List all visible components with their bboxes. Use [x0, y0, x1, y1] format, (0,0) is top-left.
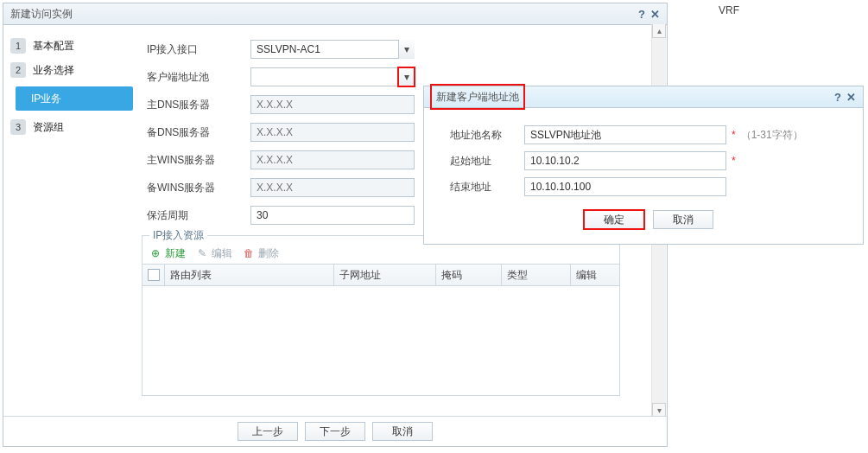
new-client-pool-dialog: 新建客户端地址池 ? ✕ 地址池名称 * （1-31字符） 起始地址 * 结束地… — [423, 86, 864, 245]
backup-wins-label: 备WINS服务器 — [142, 181, 250, 195]
sub-tab-ip-service[interactable]: IP业务 — [16, 86, 133, 111]
pool-name-hint: （1-31字符） — [741, 128, 803, 143]
col-mask[interactable]: 掩码 — [436, 265, 502, 285]
ip-resource-legend: IP接入资源 — [149, 228, 207, 243]
required-mark: * — [732, 155, 736, 167]
wizard-step-3[interactable]: 3 资源组 — [10, 119, 135, 135]
close-icon[interactable]: ✕ — [650, 9, 660, 20]
wizard-footer: 上一步 下一步 取消 — [3, 416, 667, 446]
primary-wins-label: 主WINS服务器 — [142, 153, 250, 168]
delete-button[interactable]: 🗑 删除 — [243, 246, 279, 261]
select-all-cell[interactable] — [143, 265, 165, 285]
resource-table: 路由列表 子网地址 掩码 类型 编辑 — [143, 264, 619, 395]
start-addr-input[interactable] — [524, 151, 726, 170]
ip-resource-fieldset: IP接入资源 ⊕ 新建 ✎ 编辑 🗑 删除 — [142, 235, 620, 396]
resource-table-body — [143, 286, 619, 395]
primary-wins-input[interactable] — [250, 150, 415, 169]
scroll-up-icon[interactable]: ▴ — [652, 24, 666, 38]
primary-dns-label: 主DNS服务器 — [142, 98, 250, 112]
primary-dns-input[interactable] — [250, 95, 415, 114]
pool-name-label: 地址池名称 — [450, 128, 524, 143]
add-button[interactable]: ⊕ 新建 — [149, 246, 186, 261]
keepalive-input[interactable] — [250, 206, 415, 225]
wizard-sidebar: 1 基本配置 2 业务选择 IP业务 3 资源组 — [3, 24, 142, 417]
required-mark: * — [732, 129, 736, 141]
prev-button[interactable]: 上一步 — [238, 422, 298, 441]
backup-wins-input[interactable] — [250, 178, 415, 197]
plus-circle-icon: ⊕ — [149, 247, 162, 259]
edit-button[interactable]: ✎ 编辑 — [196, 246, 232, 261]
start-addr-label: 起始地址 — [450, 154, 524, 169]
client-pool-label: 客户端地址池 — [142, 70, 250, 85]
main-panel-title: 新建访问实例 — [10, 3, 73, 24]
popup-title: 新建客户端地址池 — [431, 85, 524, 109]
backup-dns-label: 备DNS服务器 — [142, 125, 250, 140]
popup-titlebar: 新建客户端地址池 ? ✕ — [424, 86, 863, 108]
cancel-button[interactable]: 取消 — [372, 422, 433, 441]
scroll-down-icon[interactable]: ▾ — [652, 403, 666, 417]
client-pool-select[interactable]: ▾ — [250, 67, 415, 86]
help-icon[interactable]: ? — [638, 9, 645, 20]
col-subnet[interactable]: 子网地址 — [334, 265, 436, 285]
ok-button[interactable]: 确定 — [584, 210, 644, 229]
ip-interface-label: IP接入接口 — [142, 42, 250, 57]
close-icon[interactable]: ✕ — [846, 92, 856, 103]
keepalive-label: 保活周期 — [142, 208, 250, 223]
end-addr-label: 结束地址 — [450, 180, 524, 195]
wizard-step-1[interactable]: 1 基本配置 — [10, 38, 135, 54]
pencil-icon: ✎ — [196, 247, 208, 259]
end-addr-input[interactable] — [524, 177, 726, 196]
ip-interface-select[interactable]: ▾ — [250, 40, 415, 59]
backup-dns-input[interactable] — [250, 123, 415, 142]
popup-cancel-button[interactable]: 取消 — [653, 210, 713, 229]
next-button[interactable]: 下一步 — [305, 422, 365, 441]
col-type[interactable]: 类型 — [502, 265, 571, 285]
help-icon[interactable]: ? — [834, 92, 841, 103]
trash-icon: 🗑 — [243, 247, 255, 259]
main-panel-titlebar: 新建访问实例 ? ✕ — [3, 3, 667, 25]
wizard-step-2[interactable]: 2 业务选择 — [10, 62, 135, 78]
pool-name-input[interactable] — [524, 125, 726, 144]
col-edit[interactable]: 编辑 — [571, 265, 619, 285]
checkbox-icon — [148, 269, 160, 281]
col-route-list[interactable]: 路由列表 — [165, 265, 334, 285]
vrf-label: VRF — [719, 4, 739, 16]
